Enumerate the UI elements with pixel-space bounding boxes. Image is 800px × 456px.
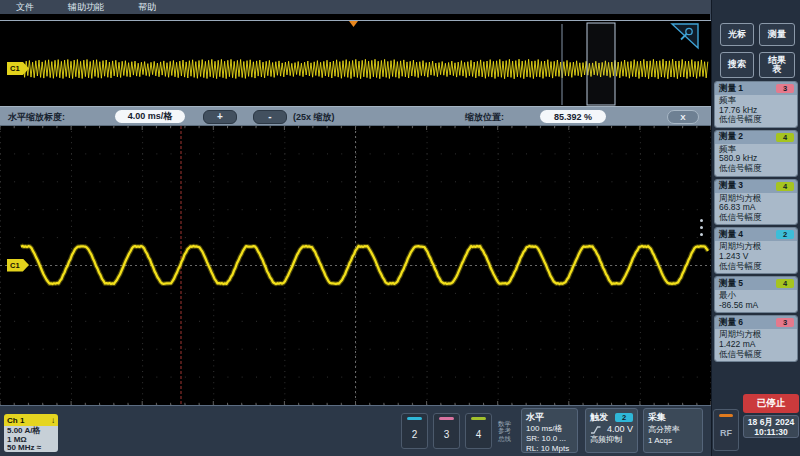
time-text: 10:11:30 <box>754 427 788 437</box>
zoom-scale-value[interactable]: 4.00 ms/格 <box>115 110 185 123</box>
channel3-button[interactable]: 3 <box>433 413 460 449</box>
search-button[interactable]: 搜索 <box>720 52 754 78</box>
measurement-warning: 低信号幅度 <box>719 262 793 272</box>
measurement-badge-1[interactable]: 测量 1 3 频率 17.76 kHz 低信号幅度 <box>714 81 798 128</box>
source-badge: 2 <box>776 230 794 239</box>
splitter-handle-dot[interactable] <box>700 219 703 222</box>
rf-label: RF <box>714 428 738 438</box>
right-sidebar: 光标 测量 搜索 结果 表 测量 1 3 频率 17.76 kHz 低信号幅度 … <box>711 0 800 456</box>
channel1-name: Ch 1 <box>7 416 24 425</box>
source-badge: 4 <box>776 133 794 142</box>
acquisition-count: 1 Acqs <box>644 435 702 446</box>
channel4-number: 4 <box>466 429 491 440</box>
menu-help[interactable]: 帮助 <box>138 1 156 14</box>
channel2-button[interactable]: 2 <box>401 413 428 449</box>
oscilloscope-screen: { "menu": { "items": ["文件", "辅助功能", "帮助"… <box>0 0 800 456</box>
measurement-warning: 低信号幅度 <box>719 164 793 174</box>
trigger-panel[interactable]: 触发 2 4.00 V 高频抑制 <box>585 408 638 453</box>
arrow-down-icon: ↓ <box>51 416 55 425</box>
measurement-title: 测量 4 <box>719 229 743 241</box>
channel2-color-line <box>407 417 422 420</box>
rising-edge-icon <box>590 425 601 435</box>
channel1-badge[interactable]: Ch 1 ↓ 5.00 A/格 1 MΩ 50 MHz ≈ <box>4 414 58 452</box>
trigger-coupling: 高频抑制 <box>586 435 637 445</box>
sidebar-button-grid: 光标 测量 搜索 结果 表 <box>720 23 795 78</box>
splitter-handle-dot[interactable] <box>700 226 703 229</box>
date-text: 18 6月 2024 <box>748 417 794 427</box>
measurement-warning: 低信号幅度 <box>719 350 793 360</box>
horizontal-panel[interactable]: 水平 100 ms/格 SR: 10.0 ... RL: 10 Mpts <box>521 408 578 453</box>
measurement-badge-4[interactable]: 测量 4 2 周期均方根 1.243 V 低信号幅度 <box>714 227 798 274</box>
source-badge: 3 <box>776 84 794 93</box>
source-badge: 4 <box>776 182 794 191</box>
channel1-bandwidth: 50 MHz ≈ <box>7 444 55 452</box>
menu-utility[interactable]: 辅助功能 <box>68 1 104 14</box>
channel3-number: 3 <box>434 429 459 440</box>
acquisition-panel[interactable]: 采集 高分辨率 1 Acqs <box>643 408 703 453</box>
zoom-position-label: 缩放位置: <box>465 111 504 124</box>
measurement-title: 测量 1 <box>719 83 743 95</box>
rf-button[interactable]: RF <box>713 409 739 451</box>
measurement-value: -86.56 mA <box>719 301 793 311</box>
zoom-in-button[interactable]: + <box>203 110 237 124</box>
horizontal-title: 水平 <box>526 411 544 424</box>
measurement-title: 测量 3 <box>719 180 743 192</box>
zoom-position-value[interactable]: 85.392 % <box>540 110 606 123</box>
menu-file[interactable]: 文件 <box>16 1 34 14</box>
menu-bar: 文件 辅助功能 帮助 <box>0 0 711 14</box>
acquisition-stopped-button[interactable]: 已停止 <box>743 394 799 413</box>
acquisition-mode: 高分辨率 <box>644 424 702 435</box>
trigger-level: 4.00 V <box>604 424 633 435</box>
main-waveform-area: C1 <box>0 126 711 405</box>
wave-view: C1 水平缩放标度: 4.00 ms/格 + - (25x 缩放) 缩放位置: … <box>0 14 711 405</box>
acquisition-title: 采集 <box>648 411 666 424</box>
source-badge: 4 <box>776 279 794 288</box>
source-badge: 3 <box>776 318 794 327</box>
results-table-button[interactable]: 结果 表 <box>759 52 795 78</box>
rf-color-line <box>719 414 733 417</box>
zoom-scale-label: 水平缩放标度: <box>8 111 65 124</box>
waveform-overview[interactable]: C1 <box>0 21 711 106</box>
zoom-window-box[interactable] <box>587 23 615 105</box>
measurement-badge-6[interactable]: 测量 6 3 周期均方根 1.422 mA 低信号幅度 <box>714 315 798 362</box>
zoom-close-button[interactable]: X <box>667 110 699 124</box>
zoom-out-button[interactable]: - <box>253 110 287 124</box>
math-ref-bus-button[interactable]: 数学 参考 总线 <box>494 413 515 449</box>
channel4-color-line <box>471 417 486 420</box>
measurement-warning: 低信号幅度 <box>719 213 793 223</box>
channel3-color-line <box>439 417 454 420</box>
trigger-title: 触发 <box>590 411 608 424</box>
measurement-list: 测量 1 3 频率 17.76 kHz 低信号幅度 测量 2 4 频率 580.… <box>714 81 798 364</box>
trigger-source-badge: 2 <box>615 413 633 422</box>
measurement-title: 测量 5 <box>719 278 743 290</box>
bottom-settings-bar: Ch 1 ↓ 5.00 A/格 1 MΩ 50 MHz ≈ 2 3 4 数学 参… <box>0 405 711 456</box>
cursor-button[interactable]: 光标 <box>720 23 754 46</box>
sample-rate: SR: 10.0 ... <box>522 434 577 444</box>
measure-button[interactable]: 测量 <box>759 23 795 46</box>
datetime-display: 18 6月 2024 10:11:30 <box>743 415 799 438</box>
splitter-handle-dot[interactable] <box>700 233 703 236</box>
measurement-title: 测量 6 <box>719 317 743 329</box>
zoom-factor-label: (25x 缩放) <box>293 111 335 124</box>
record-length: RL: 10 Mpts <box>522 444 577 454</box>
measurement-warning: 低信号幅度 <box>719 115 793 125</box>
measurement-badge-3[interactable]: 测量 3 4 周期均方根 66.83 mA 低信号幅度 <box>714 179 798 226</box>
horizontal-scale: 100 ms/格 <box>522 424 577 434</box>
measurement-badge-2[interactable]: 测量 2 4 频率 580.9 kHz 低信号幅度 <box>714 130 798 177</box>
graticule-svg <box>0 126 711 405</box>
channel4-button[interactable]: 4 <box>465 413 492 449</box>
ch1-waveform <box>21 246 708 284</box>
overview-waveform-svg <box>0 21 711 106</box>
channel2-number: 2 <box>402 429 427 440</box>
measurement-badge-5[interactable]: 测量 5 4 最小 -86.56 mA <box>714 276 798 313</box>
expansion-point-marker[interactable] <box>349 21 358 27</box>
zoom-toolbar: 水平缩放标度: 4.00 ms/格 + - (25x 缩放) 缩放位置: 85.… <box>0 106 711 126</box>
measurement-title: 测量 2 <box>719 131 743 143</box>
